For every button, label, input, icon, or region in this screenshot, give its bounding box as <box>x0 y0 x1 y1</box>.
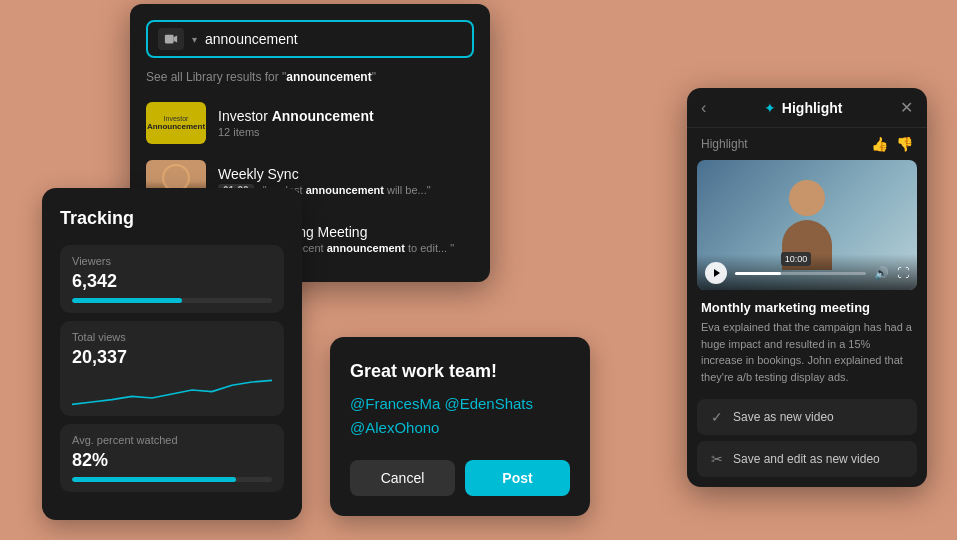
highlight-star-icon: ✦ <box>764 100 776 116</box>
video-overlay: 10:00 🔊 ⛶ <box>697 254 917 290</box>
post-actions: Cancel Post <box>350 460 570 496</box>
result-info-investor: Investor Announcement 12 items <box>218 108 474 138</box>
person-head <box>789 180 825 216</box>
stat-card-viewers: Viewers 6,342 <box>60 245 284 313</box>
highlight-sub-header: Highlight 👍 👎 <box>687 128 927 160</box>
stat-card-avgwatch: Avg. percent watched 82% <box>60 424 284 492</box>
thumb-investor: Investor Announcement <box>146 102 206 144</box>
highlight-actions: ✓ Save as new video ✂ Save and edit as n… <box>687 395 927 487</box>
stat-bar-viewers <box>72 298 272 303</box>
save-new-video-label: Save as new video <box>733 410 834 424</box>
video-time-bar[interactable]: 10:00 <box>735 272 866 275</box>
save-new-video-button[interactable]: ✓ Save as new video <box>697 399 917 435</box>
svg-marker-1 <box>174 36 178 43</box>
tracking-title: Tracking <box>60 208 284 229</box>
search-result-investor[interactable]: Investor Announcement Investor Announcem… <box>146 96 474 150</box>
play-button[interactable] <box>705 262 727 284</box>
post-panel: Great work team! @FrancesMa @EdenShats@A… <box>330 337 590 516</box>
stat-bar-avgwatch <box>72 477 272 482</box>
fullscreen-icon[interactable]: ⛶ <box>897 266 909 280</box>
post-button[interactable]: Post <box>465 460 570 496</box>
scissors-icon: ✂ <box>711 451 723 467</box>
result-title-investor: Investor Announcement <box>218 108 474 124</box>
stat-card-totalviews: Total views 20,337 <box>60 321 284 416</box>
stat-label-viewers: Viewers <box>72 255 272 267</box>
search-type-chevron: ▾ <box>192 34 197 45</box>
search-type-icon[interactable] <box>158 28 184 50</box>
stat-value-avgwatch: 82% <box>72 450 272 471</box>
stat-line-chart <box>72 374 272 406</box>
search-input[interactable]: announcement <box>205 31 462 47</box>
stat-value-viewers: 6,342 <box>72 271 272 292</box>
thumbs-up-button[interactable]: 👍 <box>871 136 888 152</box>
stat-label-avgwatch: Avg. percent watched <box>72 434 272 446</box>
result-title-weekly: Weekly Sync <box>218 166 474 182</box>
cancel-button[interactable]: Cancel <box>350 460 455 496</box>
back-button[interactable]: ‹ <box>701 99 706 117</box>
stat-label-totalviews: Total views <box>72 331 272 343</box>
check-icon: ✓ <box>711 409 723 425</box>
tracking-panel: Tracking Viewers 6,342 Total views 20,33… <box>42 188 302 520</box>
video-container[interactable]: 10:00 🔊 ⛶ <box>697 160 917 290</box>
video-info: Monthly marketing meeting Eva explained … <box>687 300 927 395</box>
save-edit-video-button[interactable]: ✂ Save and edit as new video <box>697 441 917 477</box>
video-timestamp: 10:00 <box>781 252 812 266</box>
video-icon <box>164 32 178 46</box>
search-hint: See all Library results for "announcemen… <box>146 70 474 84</box>
result-sub-investor: 12 items <box>218 126 474 138</box>
highlight-thumbs: 👍 👎 <box>871 136 913 152</box>
volume-icon[interactable]: 🔊 <box>874 266 889 280</box>
line-chart-svg <box>72 374 272 406</box>
video-title: Monthly marketing meeting <box>701 300 913 315</box>
highlight-title-row: ✦ Highlight <box>764 100 843 116</box>
highlight-sub-label: Highlight <box>701 137 748 151</box>
video-time-fill <box>735 272 781 275</box>
post-title: Great work team! <box>350 361 570 382</box>
highlight-title: Highlight <box>782 100 843 116</box>
thumbs-down-button[interactable]: 👎 <box>896 136 913 152</box>
search-input-row[interactable]: ▾ announcement <box>146 20 474 58</box>
video-description: Eva explained that the campaign has had … <box>701 319 913 385</box>
stat-bar-fill-avgwatch <box>72 477 236 482</box>
svg-rect-0 <box>165 35 174 44</box>
highlight-header: ‹ ✦ Highlight ✕ <box>687 88 927 128</box>
close-button[interactable]: ✕ <box>900 98 913 117</box>
stat-bar-fill-viewers <box>72 298 182 303</box>
save-edit-video-label: Save and edit as new video <box>733 452 880 466</box>
highlight-panel: ‹ ✦ Highlight ✕ Highlight 👍 👎 10:00 🔊 <box>687 88 927 487</box>
stat-value-totalviews: 20,337 <box>72 347 272 368</box>
post-mentions: @FrancesMa @EdenShats@AlexOhono <box>350 392 570 440</box>
